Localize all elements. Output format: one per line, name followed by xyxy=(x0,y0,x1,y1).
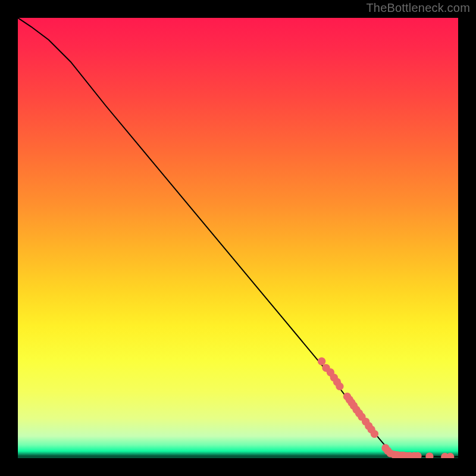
curve-layer xyxy=(18,18,458,457)
data-point xyxy=(371,430,378,438)
watermark-label: TheBottleneck.com xyxy=(366,1,470,15)
chart-svg xyxy=(18,18,458,458)
data-point xyxy=(446,453,454,458)
data-point xyxy=(318,358,325,365)
data-point xyxy=(336,383,343,390)
marker-layer xyxy=(318,358,454,458)
plot-area xyxy=(18,18,458,458)
chart-frame: TheBottleneck.com xyxy=(0,0,476,476)
data-point xyxy=(425,452,433,458)
bottleneck-curve xyxy=(18,18,458,457)
